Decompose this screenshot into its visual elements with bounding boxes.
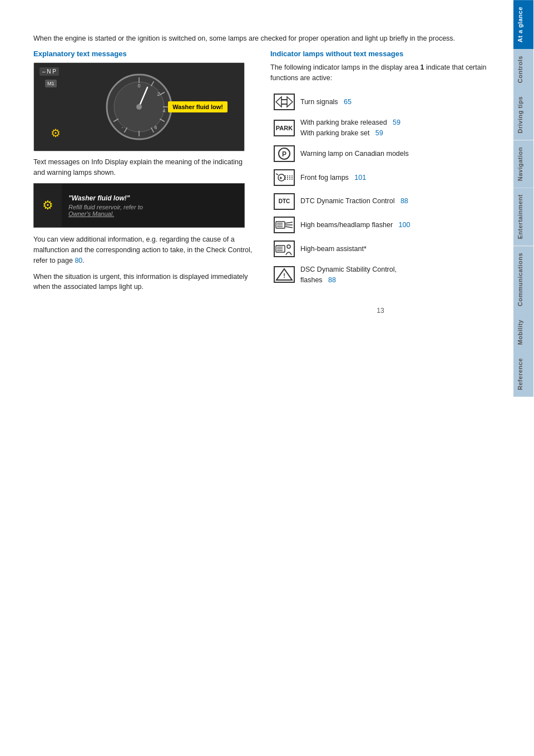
m1-box: M1 [45, 80, 57, 87]
table-row: PARK With parking brake released 59 With… [270, 116, 491, 140]
additional-info: You can view additional information, e.g… [33, 234, 254, 266]
intro-paragraph: When the engine is started or the igniti… [33, 33, 491, 44]
indicator-label-dtc: DTC Dynamic Traction Control 88 [298, 192, 491, 212]
sidebar-tab-driving-tips[interactable]: Driving tips [513, 90, 533, 140]
p-circle-icon: P [274, 145, 295, 162]
fog-lamp-svg: ✦ [275, 170, 294, 185]
turn-signals-icon [274, 94, 295, 110]
gear-display: – N P [39, 67, 59, 76]
indicator-label-p: Warning lamp on Canadian models [298, 144, 491, 164]
additional-info-text: You can view additional information, e.g… [33, 235, 252, 264]
dtc-icon: DTC [274, 193, 295, 210]
main-content: When the engine is started or the igniti… [0, 0, 513, 756]
info-icon: ⚙ [34, 184, 62, 227]
gear-box: – N P [39, 67, 59, 76]
icon-cell-turn [270, 92, 298, 112]
svg-line-23 [276, 174, 278, 175]
right-column: Indicator lamps without text messages Th… [270, 50, 491, 315]
sidebar-tab-entertainment[interactable]: Entertainment [513, 188, 533, 246]
left-column: Explanatory text messages – N P M1 [33, 50, 254, 315]
icon-cell-fog: ✦ [270, 168, 298, 188]
fog-lamp-icon: ✦ [274, 169, 295, 186]
info-display: ⚙ "Washer fluid low!" Refill fluid reser… [33, 183, 245, 228]
high-beam-asst-svg [275, 242, 294, 256]
table-row: High beams/headlamp flasher 100 [270, 215, 491, 235]
page-ref-80[interactable]: 80 [75, 257, 82, 264]
icon-cell-dtc: DTC [270, 192, 298, 212]
icon-cell-highbeam [270, 215, 298, 235]
right-sidebar: At a glance Controls Driving tips Naviga… [513, 0, 534, 756]
dsc-svg: ! [275, 267, 294, 282]
indicator-label-park: With parking brake released 59 With park… [298, 116, 491, 140]
info-text: "Washer fluid low!" Refill fluid reservo… [62, 184, 244, 227]
indicator-heading: Indicator lamps without text messages [270, 50, 491, 58]
svg-text:0: 0 [137, 83, 140, 89]
speedometer-svg: 0 2 4 6 - [103, 71, 175, 143]
park-icon: PARK [274, 120, 295, 136]
page-ref-park1[interactable]: 59 [393, 119, 400, 126]
indicator-label-highbeam: High beams/headlamp flasher 100 [298, 215, 491, 235]
svg-text:6: 6 [154, 125, 157, 130]
washer-icon: ⚙ [42, 198, 53, 213]
icon-cell-p: P [270, 144, 298, 164]
sidebar-tab-communications[interactable]: Communications [513, 246, 533, 313]
page-ref-park2[interactable]: 59 [375, 129, 383, 137]
page-ref-dsc[interactable]: 88 [328, 276, 336, 284]
table-row: Turn signals 65 [270, 92, 491, 112]
svg-text:-: - [122, 125, 123, 130]
display-explanation: Text messages on Info Display explain th… [33, 157, 254, 178]
wrench-icon: ⚙ [51, 126, 61, 140]
icon-cell-highbeam-asst [270, 239, 298, 259]
page-ref-turn[interactable]: 65 [344, 98, 352, 106]
high-beam-svg [275, 218, 294, 232]
table-row: High-beam assistant* [270, 239, 491, 259]
svg-text:4: 4 [162, 108, 165, 114]
m1-label: M1 [45, 80, 57, 87]
icon-cell-dsc: ! [270, 263, 298, 287]
indicator-description: The following indicator lamps in the dis… [270, 62, 491, 84]
svg-line-34 [285, 227, 293, 228]
info-line2: Refill fluid reservoir, refer to [68, 204, 238, 210]
table-row: DTC DTC Dynamic Traction Control 88 [270, 192, 491, 212]
indicator-label-fog: Front fog lamps 101 [298, 168, 491, 188]
table-row: ! DSC Dynamic Stability Control, flashes… [270, 263, 491, 287]
svg-text:✦: ✦ [279, 175, 283, 181]
sidebar-tab-at-a-glance[interactable]: At a glance [513, 0, 533, 49]
page-number: 13 [270, 307, 491, 315]
explanatory-heading: Explanatory text messages [33, 50, 254, 58]
svg-text:2: 2 [157, 91, 160, 97]
svg-text:P: P [282, 150, 286, 158]
svg-text:!: ! [283, 272, 285, 279]
table-row: ✦ Front fog lamps 101 [270, 168, 491, 188]
turn-signal-svg [275, 95, 294, 109]
high-beam-asst-icon [274, 240, 295, 257]
washer-badge: Washer fluid low! [168, 101, 228, 112]
sidebar-tab-controls[interactable]: Controls [513, 49, 533, 90]
p-circle-svg: P [275, 146, 294, 161]
page-ref-fog[interactable]: 101 [354, 174, 366, 181]
svg-line-32 [285, 222, 293, 223]
indicator-label-turn: Turn signals 65 [298, 92, 491, 112]
cluster-inner: – N P M1 [34, 63, 244, 151]
page-ref-dtc[interactable]: 88 [400, 197, 408, 205]
sidebar-tab-reference[interactable]: Reference [513, 351, 533, 397]
sidebar-tab-mobility[interactable]: Mobility [513, 313, 533, 352]
svg-point-17 [136, 104, 142, 110]
indicator-label-highbeam-asst: High-beam assistant* [298, 239, 491, 259]
urgent-info: When the situation is urgent, this infor… [33, 272, 254, 293]
indicator-label-dsc: DSC Dynamic Stability Control, flashes 8… [298, 263, 491, 287]
icon-cell-park: PARK [270, 116, 298, 140]
sidebar-tab-navigation[interactable]: Navigation [513, 140, 533, 188]
page-ref-highbeam[interactable]: 100 [398, 221, 410, 229]
para2-end: . [82, 257, 84, 264]
instrument-cluster-image: – N P M1 [33, 62, 245, 151]
table-row: P Warning lamp on Canadian models [270, 144, 491, 164]
svg-point-39 [287, 245, 290, 248]
indicator-table: Turn signals 65 PARK With parking brake … [270, 89, 491, 290]
high-beam-icon [274, 217, 295, 233]
info-line1: "Washer fluid low!" [68, 194, 238, 202]
two-column-layout: Explanatory text messages – N P M1 [33, 50, 491, 315]
info-line3: Owner's Manual. [68, 210, 238, 217]
dsc-icon: ! [274, 266, 295, 283]
